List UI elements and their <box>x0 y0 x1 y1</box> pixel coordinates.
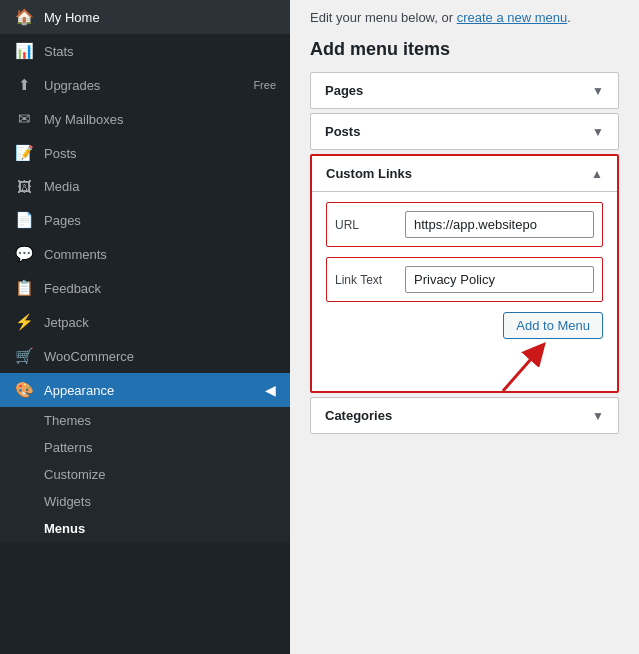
accordion-custom-links-label: Custom Links <box>326 166 412 181</box>
jetpack-icon: ⚡ <box>14 313 34 331</box>
sidebar-label-woocommerce: WooCommerce <box>44 349 134 364</box>
sidebar-label-media: Media <box>44 179 79 194</box>
sidebar-label-appearance: Appearance <box>44 383 114 398</box>
sidebar-item-comments[interactable]: 💬 Comments <box>0 237 290 271</box>
accordion-categories-header[interactable]: Categories ▼ <box>311 398 618 433</box>
sidebar-item-stats[interactable]: 📊 Stats <box>0 34 290 68</box>
sidebar-sub-themes[interactable]: Themes <box>0 407 290 434</box>
patterns-label: Patterns <box>44 440 92 455</box>
stats-icon: 📊 <box>14 42 34 60</box>
accordion-posts-label: Posts <box>325 124 360 139</box>
sidebar-item-my-mailboxes[interactable]: ✉ My Mailboxes <box>0 102 290 136</box>
url-input[interactable] <box>405 211 594 238</box>
url-label: URL <box>335 218 405 232</box>
appearance-icon: 🎨 <box>14 381 34 399</box>
top-text: Edit your menu below, or create a new me… <box>310 10 619 25</box>
sidebar-label-mailboxes: My Mailboxes <box>44 112 123 127</box>
add-menu-btn-row: Add to Menu <box>326 312 603 339</box>
accordion-pages: Pages ▼ <box>310 72 619 109</box>
accordion-posts: Posts ▼ <box>310 113 619 150</box>
accordion-categories: Categories ▼ <box>310 397 619 434</box>
comments-icon: 💬 <box>14 245 34 263</box>
accordion-pages-header[interactable]: Pages ▼ <box>311 73 618 108</box>
sidebar-sub-menus[interactable]: Menus <box>0 515 290 542</box>
menus-label: Menus <box>44 521 85 536</box>
sidebar-item-appearance[interactable]: 🎨 Appearance ◀ <box>0 373 290 407</box>
posts-icon: 📝 <box>14 144 34 162</box>
link-text-input[interactable] <box>405 266 594 293</box>
sidebar-label-comments: Comments <box>44 247 107 262</box>
sidebar-label-pages: Pages <box>44 213 81 228</box>
accordion-custom-links-header[interactable]: Custom Links ▲ <box>312 156 617 191</box>
sidebar-item-posts[interactable]: 📝 Posts <box>0 136 290 170</box>
chevron-down-icon-posts: ▼ <box>592 125 604 139</box>
accordion-pages-label: Pages <box>325 83 363 98</box>
add-to-menu-button[interactable]: Add to Menu <box>503 312 603 339</box>
sidebar-label-posts: Posts <box>44 146 77 161</box>
sidebar-label-feedback: Feedback <box>44 281 101 296</box>
widgets-label: Widgets <box>44 494 91 509</box>
sidebar-label-jetpack: Jetpack <box>44 315 89 330</box>
mailboxes-icon: ✉ <box>14 110 34 128</box>
svg-line-1 <box>503 351 538 391</box>
main-content: Edit your menu below, or create a new me… <box>290 0 639 654</box>
pages-icon: 📄 <box>14 211 34 229</box>
upgrades-badge: Free <box>253 79 276 91</box>
arrow-container <box>326 341 603 377</box>
custom-links-body: URL Link Text Add to Menu <box>312 191 617 391</box>
red-arrow <box>483 341 553 396</box>
create-menu-link[interactable]: create a new menu <box>457 10 568 25</box>
sidebar-sub-customize[interactable]: Customize <box>0 461 290 488</box>
accordion-categories-label: Categories <box>325 408 392 423</box>
media-icon: 🖼 <box>14 178 34 195</box>
add-menu-title: Add menu items <box>310 39 619 60</box>
sidebar-item-feedback[interactable]: 📋 Feedback <box>0 271 290 305</box>
sidebar-sub-widgets[interactable]: Widgets <box>0 488 290 515</box>
sidebar-item-my-home[interactable]: 🏠 My Home <box>0 0 290 34</box>
customize-label: Customize <box>44 467 105 482</box>
feedback-icon: 📋 <box>14 279 34 297</box>
sidebar-item-pages[interactable]: 📄 Pages <box>0 203 290 237</box>
sidebar-sub-menu: Themes Patterns Customize Widgets Menus <box>0 407 290 542</box>
sidebar-label-upgrades: Upgrades <box>44 78 100 93</box>
chevron-down-icon-categories: ▼ <box>592 409 604 423</box>
sidebar-item-jetpack[interactable]: ⚡ Jetpack <box>0 305 290 339</box>
my-home-icon: 🏠 <box>14 8 34 26</box>
sidebar-label-stats: Stats <box>44 44 74 59</box>
sidebar-label-my-home: My Home <box>44 10 100 25</box>
sidebar: 🏠 My Home 📊 Stats ⬆ Upgrades Free ✉ My M… <box>0 0 290 654</box>
upgrades-icon: ⬆ <box>14 76 34 94</box>
sidebar-sub-patterns[interactable]: Patterns <box>0 434 290 461</box>
accordion-custom-links: Custom Links ▲ URL Link Text Add to Menu <box>310 154 619 393</box>
themes-label: Themes <box>44 413 91 428</box>
accordion-posts-header[interactable]: Posts ▼ <box>311 114 618 149</box>
sidebar-item-woocommerce[interactable]: 🛒 WooCommerce <box>0 339 290 373</box>
chevron-up-icon: ▲ <box>591 167 603 181</box>
url-row: URL <box>326 202 603 247</box>
chevron-down-icon: ▼ <box>592 84 604 98</box>
woocommerce-icon: 🛒 <box>14 347 34 365</box>
link-text-label: Link Text <box>335 273 405 287</box>
link-text-row: Link Text <box>326 257 603 302</box>
appearance-expand-icon: ◀ <box>265 382 276 398</box>
sidebar-item-media[interactable]: 🖼 Media <box>0 170 290 203</box>
sidebar-item-upgrades[interactable]: ⬆ Upgrades Free <box>0 68 290 102</box>
